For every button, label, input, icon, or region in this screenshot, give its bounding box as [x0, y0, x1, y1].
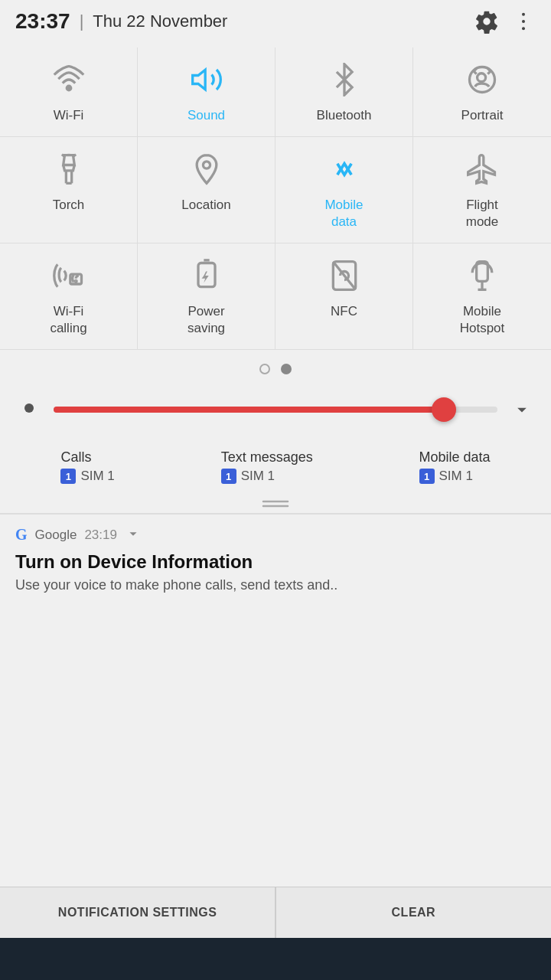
sim-calls-badge-row: 1 SIM 1 [60, 469, 114, 484]
page-dot-1[interactable] [259, 364, 270, 374]
settings-icon[interactable] [474, 9, 499, 34]
nfc-label: NFC [331, 303, 357, 320]
tile-mobiledata[interactable]: Mobile data [276, 137, 413, 243]
sim-texts-title: Text messages [221, 449, 313, 466]
bluetooth-label: Bluetooth [317, 107, 372, 124]
svg-point-16 [24, 403, 34, 413]
sim-texts-badge: 1 [221, 469, 236, 484]
svg-marker-4 [192, 70, 204, 90]
brightness-row [0, 382, 551, 437]
sim-texts: Text messages 1 SIM 1 [221, 449, 313, 484]
mobilehotspot-label: Mobile Hotspot [460, 303, 505, 337]
tile-wifi[interactable]: Wi-Fi [0, 47, 138, 137]
notification-title: Turn on Device Information [15, 551, 536, 573]
tile-sound[interactable]: Sound [138, 47, 276, 137]
tile-mobilehotspot[interactable]: Mobile Hotspot [413, 243, 551, 350]
sound-label: Sound [187, 107, 225, 124]
svg-point-9 [203, 162, 210, 168]
flightmode-icon [462, 149, 502, 189]
sim-mobiledata: Mobile data 1 SIM 1 [419, 449, 491, 484]
torch-label: Torch [53, 197, 85, 214]
nfc-icon [324, 256, 364, 296]
clear-label: CLEAR [392, 906, 436, 920]
tile-portrait[interactable]: Portrait [413, 47, 551, 137]
sim-mobiledata-badge: 1 [419, 469, 435, 484]
notification-settings-label: NOTIFICATION SETTINGS [58, 906, 217, 920]
tile-bluetooth[interactable]: Bluetooth [276, 47, 413, 137]
status-divider: | [80, 11, 84, 31]
flightmode-label: Flight mode [466, 197, 499, 230]
wificalling-label: Wi-Fi calling [50, 303, 86, 337]
mobilehotspot-icon [462, 256, 502, 296]
more-icon[interactable] [511, 9, 536, 34]
sim-calls-title: Calls [60, 449, 91, 466]
status-icons [474, 9, 536, 34]
torch-icon [49, 149, 89, 189]
portrait-icon [462, 60, 502, 100]
svg-rect-12 [198, 263, 215, 287]
location-icon [187, 149, 227, 189]
tile-wificalling[interactable]: Wi-Fi calling [0, 243, 138, 350]
status-bar: 23:37 | Thu 22 November [0, 0, 551, 40]
bluetooth-icon [324, 60, 364, 100]
brightness-expand-button[interactable] [508, 396, 536, 423]
sim-calls: Calls 1 SIM 1 [60, 449, 114, 484]
brightness-slider[interactable] [54, 407, 497, 413]
drag-handle[interactable] [0, 492, 551, 513]
notification-card: G Google 23:19 Turn on Device Informatio… [0, 514, 551, 593]
location-label: Location [181, 197, 230, 214]
tile-torch[interactable]: Torch [0, 137, 138, 243]
sim-texts-label: SIM 1 [241, 469, 275, 484]
sim-calls-badge: 1 [60, 469, 76, 484]
powersaving-icon [187, 256, 227, 296]
page-dot-2[interactable] [281, 364, 292, 374]
sim-row: Calls 1 SIM 1 Text messages 1 SIM 1 Mobi… [0, 437, 551, 492]
powersaving-label: Power saving [187, 303, 225, 337]
notification-settings-button[interactable]: NOTIFICATION SETTINGS [0, 887, 275, 938]
notification-expand-icon[interactable] [125, 525, 142, 545]
page-indicators [0, 350, 551, 382]
tile-location[interactable]: Location [138, 137, 276, 243]
portrait-label: Portrait [461, 107, 504, 124]
wifi-label: Wi-Fi [54, 107, 84, 124]
sim-texts-badge-row: 1 SIM 1 [221, 469, 275, 484]
mobiledata-icon [324, 149, 364, 189]
svg-point-2 [522, 27, 525, 30]
sound-icon [187, 60, 227, 100]
svg-line-7 [61, 155, 64, 157]
sim-mobiledata-label: SIM 1 [439, 469, 473, 484]
svg-line-8 [73, 155, 76, 157]
notification-header: G Google 23:19 [15, 525, 536, 545]
svg-point-3 [67, 86, 71, 90]
mobiledata-label: Mobile data [324, 197, 363, 230]
quick-tiles-grid: Wi-Fi Sound Bluetooth [0, 40, 551, 350]
clear-button[interactable]: CLEAR [276, 887, 551, 938]
notification-time: 23:19 [84, 528, 117, 543]
brightness-icon [15, 394, 43, 425]
svg-point-11 [75, 281, 77, 283]
svg-point-0 [522, 13, 525, 16]
svg-line-14 [333, 262, 355, 290]
sim-mobiledata-badge-row: 1 SIM 1 [419, 469, 473, 484]
tile-nfc[interactable]: NFC [276, 243, 413, 350]
tile-flightmode[interactable]: Flight mode [413, 137, 551, 243]
bottom-action-bar: NOTIFICATION SETTINGS CLEAR [0, 887, 551, 938]
tile-powersaving[interactable]: Power saving [138, 243, 276, 350]
wificalling-icon [49, 256, 89, 296]
notification-app-name: Google [35, 528, 77, 543]
status-time: 23:37 [15, 9, 70, 34]
status-date: Thu 22 November [93, 11, 227, 31]
notification-body: Use your voice to make phone calls, send… [15, 577, 536, 593]
nav-bar [0, 938, 551, 980]
sim-mobiledata-title: Mobile data [419, 449, 491, 466]
sim-calls-label: SIM 1 [80, 469, 114, 484]
wifi-icon [49, 60, 89, 100]
svg-point-1 [522, 20, 525, 23]
google-logo: G [15, 526, 28, 544]
